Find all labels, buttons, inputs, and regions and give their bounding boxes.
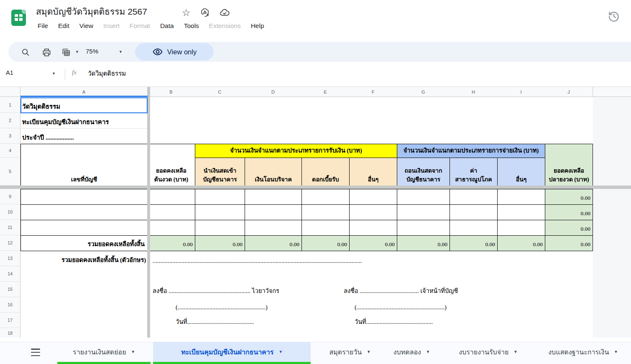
name-box[interactable]: A1 xyxy=(6,69,13,76)
cell-row11-f[interactable] xyxy=(349,220,397,236)
cell-row10-c[interactable] xyxy=(195,204,245,220)
print-icon[interactable] xyxy=(41,47,52,58)
row-header-2[interactable]: 2 xyxy=(0,113,20,128)
cell-signature-accountant-date[interactable]: วันที่..................................… xyxy=(355,313,463,326)
tab-daily-journal[interactable]: สมุดรายวัน ▼ xyxy=(319,342,381,362)
tab-petty-cash-report[interactable]: รายงานเงินสดย่อย ▼ xyxy=(57,342,151,362)
tab-bank-account-register[interactable]: ทะเบียนคุมบัญชีเงินฝากธนาคาร ▼ xyxy=(153,342,311,362)
menu-view[interactable]: View xyxy=(74,20,98,32)
cell-row11-g[interactable] xyxy=(397,220,450,236)
star-icon[interactable]: ☆ xyxy=(181,7,192,18)
cell-row10-i[interactable] xyxy=(497,204,545,220)
cell-row9-d[interactable] xyxy=(245,189,302,205)
name-box-caret-icon[interactable]: ▼ xyxy=(52,72,56,76)
row-header-5[interactable]: 5 xyxy=(0,158,20,186)
frozen-column-divider[interactable] xyxy=(147,87,150,338)
row-header-9[interactable]: 9 xyxy=(0,189,20,204)
search-icon[interactable] xyxy=(20,47,31,58)
cell-receipts-group-header[interactable]: จำนวนเงินจำแนกตามประเภทรายการรับเงิน (บา… xyxy=(195,144,397,158)
zoom-caret-icon[interactable]: ▼ xyxy=(119,50,123,54)
row-header-3[interactable]: 3 xyxy=(0,128,20,144)
cell-payments-other-header[interactable]: อื่นๆ xyxy=(497,158,545,186)
cell-interest-received-header[interactable]: ดอกเบี้ยรับ xyxy=(301,158,350,186)
tab-income-expense-report[interactable]: งบรายงานรับจ่าย ▼ xyxy=(443,342,533,362)
cell-row10-h[interactable] xyxy=(450,204,498,220)
all-sheets-menu-icon[interactable] xyxy=(31,349,40,356)
row-header-15[interactable]: 15 xyxy=(0,282,20,297)
cell-row9-closing-balance[interactable]: 0.00 xyxy=(545,189,593,205)
cell-row10-e[interactable] xyxy=(301,204,350,220)
cell-signature-accountant[interactable]: ลงชื่อ .................................… xyxy=(344,282,519,295)
tab-caret-icon[interactable]: ▼ xyxy=(131,350,135,354)
cell-row10-d[interactable] xyxy=(245,204,302,220)
tab-trial-balance[interactable]: งบทดลอง ▼ xyxy=(381,342,442,362)
cell-signature-steward-name[interactable]: (.......................................… xyxy=(176,298,301,311)
menu-file[interactable]: File xyxy=(33,20,53,32)
column-header-i[interactable]: I xyxy=(497,87,545,97)
cell-row11-c[interactable] xyxy=(195,220,245,236)
menu-edit[interactable]: Edit xyxy=(53,20,74,32)
cell-row10-f[interactable] xyxy=(349,204,397,220)
column-header-f[interactable]: F xyxy=(349,87,397,97)
cell-total-payments-other[interactable]: 0.00 xyxy=(497,235,545,251)
cell-total-transfer[interactable]: 0.00 xyxy=(245,235,302,251)
tab-caret-icon[interactable]: ▼ xyxy=(278,350,282,354)
cell-a2[interactable]: ทะเบียนคุมบัญชีเงินฝากธนาคาร xyxy=(22,115,146,127)
menu-tools[interactable]: Tools xyxy=(179,20,204,32)
cell-total-in-words-line[interactable]: ........................................… xyxy=(153,251,397,265)
row-header-4[interactable]: 4 xyxy=(0,144,20,158)
tab-caret-icon[interactable]: ▼ xyxy=(367,350,370,354)
row-header-1[interactable]: 1 xyxy=(0,97,20,113)
cell-row10-closing-balance[interactable]: 0.00 xyxy=(545,204,593,220)
cell-row9-f[interactable] xyxy=(349,189,397,205)
row-header-10[interactable]: 10 xyxy=(0,204,20,220)
cell-receipts-other-header[interactable]: อื่นๆ xyxy=(349,158,397,186)
tab-caret-icon[interactable]: ▼ xyxy=(426,350,430,354)
cell-row10-a[interactable] xyxy=(20,204,148,220)
cell-total-closing[interactable]: 0.00 xyxy=(545,235,593,251)
cell-total-opening[interactable]: 0.00 xyxy=(147,235,195,251)
column-header-e[interactable]: E xyxy=(301,87,350,97)
cell-closing-balance-header[interactable]: ยอดคงเหลือ ปลายงวด (บาท) xyxy=(545,144,593,186)
cell-row11-i[interactable] xyxy=(497,220,545,236)
formula-bar-value[interactable]: วัดวิมุตติธรรม xyxy=(88,69,126,79)
cell-row9-g[interactable] xyxy=(397,189,450,205)
cell-signature-steward[interactable]: ลงชื่อ .................................… xyxy=(153,282,328,295)
cell-row10-g[interactable] xyxy=(397,204,450,220)
row-header-11[interactable]: 11 xyxy=(0,220,20,235)
select-all-corner[interactable] xyxy=(0,87,20,97)
cell-a3[interactable]: ประจำปี .................. xyxy=(22,130,146,143)
cell-row11-b[interactable] xyxy=(147,220,195,236)
version-history-icon[interactable] xyxy=(607,10,621,23)
tab-caret-icon[interactable]: ▼ xyxy=(614,350,618,354)
cell-row9-i[interactable] xyxy=(497,189,545,205)
menu-data[interactable]: Data xyxy=(155,20,179,32)
cell-row9-h[interactable] xyxy=(450,189,498,205)
frozen-row-divider[interactable] xyxy=(0,186,631,189)
add-shortcut-to-drive-icon[interactable] xyxy=(199,7,210,18)
tab-caret-icon[interactable]: ▼ xyxy=(513,350,517,354)
column-header-j[interactable]: J xyxy=(545,87,593,97)
cell-payments-group-header[interactable]: จำนวนเงินจำแนกตามประเภทรายการจ่ายเงิน (บ… xyxy=(397,144,545,158)
zoom-level[interactable]: 75% xyxy=(86,48,98,55)
cell-total-utilities[interactable]: 0.00 xyxy=(450,235,498,251)
cell-signature-accountant-name[interactable]: (.......................................… xyxy=(355,298,480,311)
sheets-logo[interactable] xyxy=(11,10,26,26)
cell-cash-deposit-header[interactable]: นำเงินสดเข้า บัญชีธนาคาร xyxy=(195,158,245,186)
cell-transfer-donation-header[interactable]: เงินโอนบริจาค xyxy=(245,158,302,186)
cell-row11-d[interactable] xyxy=(245,220,302,236)
cell-row11-h[interactable] xyxy=(450,220,498,236)
column-header-g[interactable]: G xyxy=(397,87,450,97)
row-header-14[interactable]: 14 xyxy=(0,266,20,282)
cell-row11-e[interactable] xyxy=(301,220,350,236)
cell-a1[interactable]: วัดวิมุตติธรรม xyxy=(22,99,146,112)
row-header-13[interactable]: 13 xyxy=(0,251,20,266)
cell-total-withdraw[interactable]: 0.00 xyxy=(397,235,450,251)
cell-row10-b[interactable] xyxy=(147,204,195,220)
cell-total-cash-deposit[interactable]: 0.00 xyxy=(195,235,245,251)
row-header-16[interactable]: 16 xyxy=(0,297,20,313)
cell-row9-a[interactable] xyxy=(20,189,148,205)
view-only-badge[interactable]: View only xyxy=(135,43,214,61)
tab-financial-position[interactable]: งบแสดงฐานะการเงิน ▼ xyxy=(535,342,631,362)
cell-cash-withdraw-header[interactable]: ถอนเงินสดจาก บัญชีธนาคาร xyxy=(397,158,450,186)
